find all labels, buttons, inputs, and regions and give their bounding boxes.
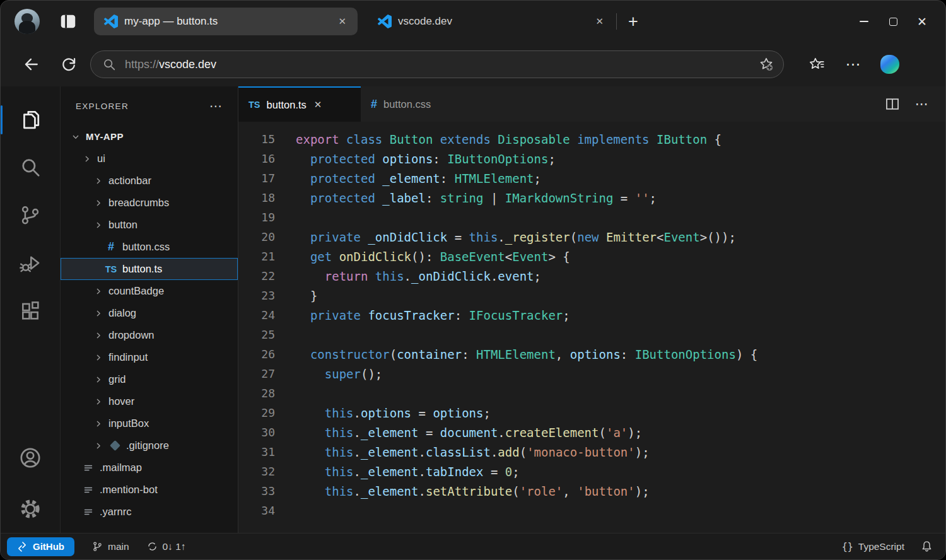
code-line-21[interactable]: 21 get onDidClick(): BaseEvent<Event> { [238,247,945,266]
tree-item-findinput[interactable]: findinput [61,346,238,368]
code-line-15[interactable]: 15export class Button extends Disposable… [238,129,945,149]
activitybar-settings[interactable] [1,485,60,533]
favorites-button[interactable] [803,50,831,78]
line-number: 30 [238,426,275,439]
code-text: this._element.classList.add('monaco-butt… [296,445,650,459]
activitybar-run-debug[interactable] [1,239,60,287]
editor-tab-label: button.css [383,98,431,110]
tree-item-inputbox[interactable]: inputBox [61,412,238,435]
code-line-19[interactable]: 19 [238,207,945,227]
remote-indicator-button[interactable]: GitHub [7,537,74,556]
sidebar-title: EXPLORER [76,102,129,111]
explorer-sidebar: EXPLORER ⋯ MY-APPuiactionbarbreadcrumbsb… [61,86,238,533]
activitybar-account[interactable] [1,437,60,485]
code-line-25[interactable]: 25 [238,325,945,344]
code-line-26[interactable]: 26 constructor(container: HTMLElement, o… [238,344,945,364]
tree-item-breadcrumbs[interactable]: breadcrumbs [61,192,238,214]
tab-close-icon[interactable]: ✕ [593,16,606,27]
code-line-24[interactable]: 24 private focusTracker: IFocusTracker; [238,305,945,325]
split-editor-icon[interactable] [885,96,900,112]
code-line-23[interactable]: 23 } [238,286,945,305]
tree-item-grid[interactable]: grid [61,368,238,390]
browser-titlebar: my-app — button.ts ✕ vscode.dev ✕ + ✕ [1,1,945,42]
tree-item-countbadge[interactable]: countBadge [61,280,238,302]
text-file-icon [83,485,93,495]
chevron-right-icon [82,154,92,164]
tree-item-actionbar[interactable]: actionbar [61,170,238,192]
editor-tab-button-css[interactable]: # button.css [361,86,482,122]
address-bar[interactable]: https://vscode.dev [90,50,784,78]
branch-indicator[interactable]: main [92,541,129,552]
code-line-17[interactable]: 17 protected _element: HTMLElement; [238,168,945,188]
maximize-button[interactable] [879,9,908,34]
browser-tab-inactive[interactable]: vscode.dev ✕ [368,8,615,35]
tree-item-label: ui [97,153,105,165]
language-indicator[interactable]: {} TypeScript [842,541,904,552]
code-line-32[interactable]: 32 this._element.tabIndex = 0; [238,462,945,481]
tree-item-gitignore[interactable]: .gitignore [61,435,238,457]
tree-item-button.ts[interactable]: TSbutton.ts [61,258,238,280]
close-icon: ✕ [917,15,927,29]
tree-item-button.css[interactable]: #button.css [61,236,238,258]
editor-more-actions-button[interactable]: ⋯ [915,96,929,112]
back-button[interactable] [17,50,45,78]
line-number: 16 [238,152,275,165]
code-text: private _onDidClick = this._register(new… [296,230,736,244]
code-line-34[interactable]: 34 [238,501,945,520]
explorer-more-actions-button[interactable]: ⋯ [209,98,223,114]
tree-item-ui[interactable]: ui [61,148,238,170]
tab-actions-menu-button[interactable] [59,12,78,31]
code-line-28[interactable]: 28 [238,383,945,403]
close-button[interactable]: ✕ [908,9,937,34]
line-number: 21 [238,250,275,263]
refresh-button[interactable] [55,50,83,78]
tree-item-hover[interactable]: hover [61,390,238,412]
tree-item-yarnrc[interactable]: .yarnrc [61,501,238,523]
text-file-icon [83,507,93,517]
code-line-30[interactable]: 30 this._element = document.createElemen… [238,423,945,442]
code-line-18[interactable]: 18 protected _label: string | IMarkdownS… [238,188,945,207]
source-control-icon [20,204,41,226]
code-line-22[interactable]: 22 return this._onDidClick.event; [238,266,945,286]
profile-avatar[interactable] [15,9,40,34]
notifications-bell-icon[interactable] [921,540,933,552]
tree-root-my-app[interactable]: MY-APP [61,125,238,148]
settings-more-button[interactable]: ⋯ [839,50,867,78]
activitybar-source-control[interactable] [1,191,60,239]
tab-close-icon[interactable]: ✕ [314,99,322,110]
account-icon [19,446,42,469]
code-line-20[interactable]: 20 private _onDidClick = this._register(… [238,227,945,247]
add-favorite-icon[interactable] [758,56,774,73]
sidebar-header: EXPLORER ⋯ [61,86,238,125]
tab-close-icon[interactable]: ✕ [336,16,349,27]
gitignore-file-icon [110,440,120,451]
minimize-button[interactable] [850,9,879,34]
browser-tab-active[interactable]: my-app — button.ts ✕ [94,8,358,35]
tree-item-mention-bot[interactable]: .mention-bot [61,479,238,501]
new-tab-button[interactable]: + [621,9,646,34]
code-line-27[interactable]: 27 super(); [238,364,945,383]
editor-tab-button-ts[interactable]: TS button.ts ✕ [238,86,361,122]
code-line-16[interactable]: 16 protected options: IButtonOptions; [238,149,945,168]
tree-item-mailmap[interactable]: .mailmap [61,457,238,479]
tree-item-dialog[interactable]: dialog [61,302,238,324]
code-line-33[interactable]: 33 this._element.setAttribute('role', 'b… [238,481,945,501]
activitybar-explorer[interactable] [1,95,60,143]
tree-item-button[interactable]: button [61,214,238,236]
tree-item-label: .mention-bot [100,484,158,496]
code-line-29[interactable]: 29 this.options = options; [238,403,945,423]
code-line-31[interactable]: 31 this._element.classList.add('monaco-b… [238,442,945,462]
copilot-button[interactable] [876,50,904,78]
chevron-right-icon [93,330,103,341]
maximize-icon [889,18,897,26]
tree-item-dropdown[interactable]: dropdown [61,324,238,346]
activitybar-extensions[interactable] [1,287,60,335]
activitybar-search[interactable] [1,143,60,191]
remote-label: GitHub [33,541,64,552]
url-text[interactable]: https://vscode.dev [125,58,758,71]
code-editor[interactable]: 15export class Button extends Disposable… [238,122,945,533]
tree-item-label: .yarnrc [100,506,131,518]
favorites-star-icon [809,56,825,73]
code-text: return this._onDidClick.event; [296,269,541,283]
sync-indicator[interactable]: 0↓ 1↑ [147,541,186,552]
